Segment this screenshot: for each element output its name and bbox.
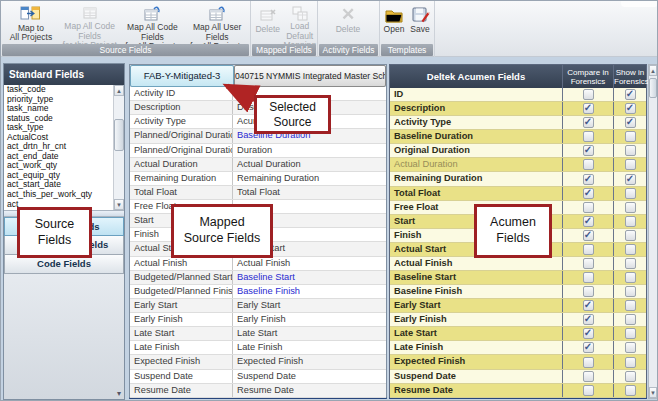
show-checkbox[interactable] xyxy=(625,145,636,156)
acumen-row[interactable]: Original Duration✓ xyxy=(390,144,646,158)
mapping-row[interactable]: Budgeted/Planned FinishBaseline Finish xyxy=(130,285,386,299)
mapped-field-cell[interactable]: Early Finish xyxy=(233,313,386,326)
acumen-row[interactable]: Remaining Duration✓✓ xyxy=(390,172,646,186)
show-checkbox[interactable] xyxy=(625,314,636,325)
show-checkbox[interactable] xyxy=(625,244,636,255)
compare-checkbox[interactable]: ✓ xyxy=(583,216,594,227)
mapped-field-cell[interactable]: Actual Finish xyxy=(233,257,386,270)
source-field-cell[interactable]: Resume Date xyxy=(130,384,233,397)
compare-checkbox[interactable] xyxy=(583,272,594,283)
mapping-row[interactable]: Actual FinishActual Finish xyxy=(130,257,386,271)
show-checkbox[interactable] xyxy=(625,131,636,142)
map-to-all-projects-button[interactable]: Map to All Projects xyxy=(2,3,60,43)
mapping-row[interactable]: Budgeted/Planned StartBaseline Start xyxy=(130,271,386,285)
source-field-cell[interactable]: Budgeted/Planned Start xyxy=(130,271,233,284)
source-field-cell[interactable]: Activity ID xyxy=(130,87,233,100)
mapping-row[interactable]: Actual DurationActual Duration xyxy=(130,158,386,172)
source-field-cell[interactable]: Early Start xyxy=(130,299,233,312)
source-field-cell[interactable]: Late Finish xyxy=(130,341,233,354)
mapped-field-cell[interactable]: Remaining Duration xyxy=(233,172,386,185)
show-checkbox[interactable]: ✓ xyxy=(625,117,636,128)
mapping-row[interactable]: Planned/Original DurationDuration xyxy=(130,144,386,158)
acumen-row[interactable]: ID✓ xyxy=(390,88,646,102)
acumen-row[interactable]: Resume Date xyxy=(390,384,646,398)
mapped-field-cell[interactable]: Total Float xyxy=(233,186,386,199)
show-checkbox[interactable] xyxy=(625,300,636,311)
compare-checkbox[interactable] xyxy=(583,89,594,100)
mapped-field-cell[interactable]: Actual Duration xyxy=(233,158,386,171)
show-checkbox[interactable] xyxy=(625,188,636,199)
compare-checkbox[interactable]: ✓ xyxy=(583,103,594,114)
source-field-cell[interactable]: Activity Type xyxy=(130,115,233,128)
compare-checkbox[interactable]: ✓ xyxy=(583,328,594,339)
load-default-mapping-button[interactable]: Load Default Mapping xyxy=(283,3,316,43)
show-checkbox[interactable] xyxy=(625,371,636,382)
show-checkbox[interactable] xyxy=(625,272,636,283)
show-checkbox[interactable]: ✓ xyxy=(625,103,636,114)
show-checkbox[interactable] xyxy=(625,216,636,227)
acumen-row[interactable]: Baseline Start xyxy=(390,271,646,285)
compare-checkbox[interactable] xyxy=(583,258,594,269)
show-checkbox[interactable] xyxy=(625,230,636,241)
acumen-row[interactable]: Total Float✓ xyxy=(390,187,646,201)
compare-checkbox[interactable] xyxy=(583,131,594,142)
mapped-field-cell[interactable]: Late Start xyxy=(233,327,386,340)
acumen-row[interactable]: Description✓✓ xyxy=(390,102,646,116)
compare-checkbox[interactable] xyxy=(583,159,594,170)
acumen-row[interactable]: Late Finish✓ xyxy=(390,341,646,355)
acumen-row[interactable]: Actual Finish xyxy=(390,257,646,271)
mapping-row[interactable]: Total FloatTotal Float xyxy=(130,186,386,200)
compare-checkbox[interactable]: ✓ xyxy=(583,230,594,241)
mapped-field-cell[interactable]: Early Start xyxy=(233,299,386,312)
scroll-thumb[interactable] xyxy=(114,119,124,151)
mapping-row[interactable]: Late FinishLate Finish xyxy=(130,341,386,355)
source-field-cell[interactable]: Remaining Duration xyxy=(130,172,233,185)
compare-checkbox[interactable] xyxy=(583,244,594,255)
source-field-cell[interactable]: Expected Finish xyxy=(130,355,233,368)
mapping-row[interactable]: Expected FinishExpected Finish xyxy=(130,355,386,369)
scroll-thumb[interactable] xyxy=(649,78,657,98)
compare-checkbox[interactable] xyxy=(583,385,594,396)
acumen-row[interactable]: Expected Finish xyxy=(390,355,646,369)
show-checkbox[interactable] xyxy=(625,159,636,170)
compare-checkbox[interactable] xyxy=(583,202,594,213)
mapped-field-cell[interactable]: Duration xyxy=(233,144,386,157)
source-field-cell[interactable]: Total Float xyxy=(130,186,233,199)
source-field-cell[interactable]: Planned/Original Duration xyxy=(130,129,233,142)
source-field-cell[interactable]: Planned/Original Duration xyxy=(130,144,233,157)
mapped-field-cell[interactable]: Resume Date xyxy=(233,384,386,397)
scroll-down-button[interactable]: ▼ xyxy=(649,387,657,398)
compare-checkbox[interactable]: ✓ xyxy=(583,145,594,156)
map-code-fields-this-project-button[interactable]: Map All Code Fields for this Project xyxy=(60,3,120,43)
mapped-field-cell[interactable]: Expected Finish xyxy=(233,355,386,368)
map-user-fields-all-projects-button[interactable]: Map All User Fields for All Projects xyxy=(185,3,249,43)
source-field-cell[interactable]: Actual Finish xyxy=(130,257,233,270)
source-field-cell[interactable]: Budgeted/Planned Finish xyxy=(130,285,233,298)
standard-fields-list[interactable]: task_codepriority_typetask_namestatus_co… xyxy=(4,85,124,210)
mapping-row[interactable]: Remaining DurationRemaining Duration xyxy=(130,172,386,186)
show-checkbox[interactable] xyxy=(625,385,636,396)
mapping-row[interactable]: Early FinishEarly Finish xyxy=(130,313,386,327)
scroll-up-button[interactable]: ▲ xyxy=(649,65,657,76)
acumen-row[interactable]: Late Start✓ xyxy=(390,327,646,341)
save-template-button[interactable]: Save xyxy=(407,3,433,43)
source-field-cell[interactable]: Late Start xyxy=(130,327,233,340)
scroll-up-button[interactable]: ▲ xyxy=(114,85,124,96)
show-checkbox[interactable]: ✓ xyxy=(625,174,636,185)
source-field-cell[interactable]: Early Finish xyxy=(130,313,233,326)
source-field-cell[interactable]: Suspend Date xyxy=(130,370,233,383)
acumen-row[interactable]: Activity Type✓✓ xyxy=(390,116,646,130)
open-template-button[interactable]: Open xyxy=(381,3,407,43)
show-checkbox[interactable] xyxy=(625,328,636,339)
compare-checkbox[interactable]: ✓ xyxy=(583,342,594,353)
acumen-row[interactable]: Baseline Finish xyxy=(390,285,646,299)
show-checkbox[interactable]: ✓ xyxy=(625,89,636,100)
mapped-field-cell[interactable]: Baseline Finish xyxy=(233,285,386,298)
show-checkbox[interactable] xyxy=(625,286,636,297)
acumen-row[interactable]: Baseline Duration xyxy=(390,130,646,144)
compare-checkbox[interactable] xyxy=(583,357,594,368)
compare-checkbox[interactable] xyxy=(583,286,594,297)
mapped-field-cell[interactable]: Baseline Start xyxy=(233,271,386,284)
map-code-fields-all-projects-button[interactable]: Map All Code Fields for All Projects xyxy=(120,3,186,43)
field-list-item[interactable]: act_this_per_work_qty xyxy=(4,190,124,200)
